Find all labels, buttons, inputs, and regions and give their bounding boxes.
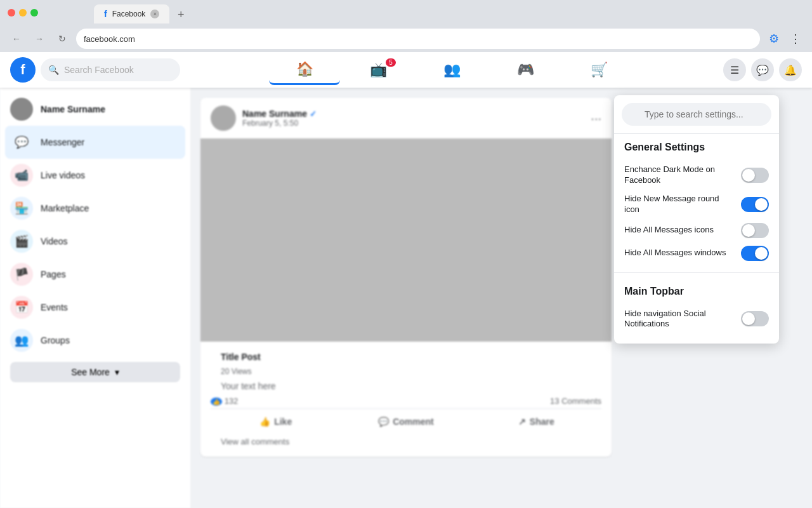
hide-new-message-label: Hide New Message round icon: [624, 194, 736, 215]
like-button[interactable]: 👍 Like: [211, 411, 341, 432]
share-button[interactable]: ↗ Share: [471, 411, 601, 432]
traffic-lights: [8, 9, 38, 17]
reload-button[interactable]: ↻: [53, 30, 71, 48]
post-time: February 5, 5:50: [242, 119, 584, 128]
view-all-comments[interactable]: View all comments: [211, 432, 601, 451]
hide-all-windows-label: Hide All Messages windows: [624, 248, 736, 258]
live-icon: 📹: [10, 164, 33, 187]
like-icon: 👍: [259, 417, 270, 427]
menu-button[interactable]: ☰: [723, 58, 746, 81]
sidebar-item-pages[interactable]: 🏴 Pages: [5, 258, 185, 291]
nav-right: ☰ 💬 🔔: [723, 58, 802, 81]
messenger-icon: 💬: [10, 131, 33, 154]
sidebar-item-live[interactable]: 📹 Live videos: [5, 159, 185, 192]
hide-all-icons-label: Hide All Messages icons: [624, 225, 736, 236]
sidebar-label-groups: Groups: [41, 335, 70, 345]
settings-search-input[interactable]: [622, 103, 771, 126]
facebook-page: f 🔍 Search Facebook 🏠 📺 5 👥 🎮 🛒 ☰ 💬 🔔: [0, 52, 812, 508]
sidebar-item-events[interactable]: 📅 Events: [5, 291, 185, 324]
notifications-button[interactable]: 🔔: [779, 58, 802, 81]
post-card: Name Surname ✓ February 5, 5:50 ··· Titl…: [200, 98, 612, 457]
sidebar-user[interactable]: Name Surname: [5, 93, 185, 126]
main-content: Name Surname ✓ February 5, 5:50 ··· Titl…: [190, 88, 622, 508]
sidebar-label-marketplace: Marketplace: [41, 203, 89, 213]
messenger-button[interactable]: 💬: [751, 58, 774, 81]
nav-watch[interactable]: 📺 5: [343, 55, 414, 85]
settings-row-hide-all-windows: Hide All Messages windows: [624, 242, 769, 265]
hide-nav-toggle[interactable]: [741, 311, 769, 326]
share-icon: ↗: [518, 417, 526, 427]
hide-new-message-toggle[interactable]: [741, 197, 769, 212]
sidebar-label-live: Live videos: [41, 170, 85, 180]
settings-row-hide-all-icons: Hide All Messages icons: [624, 219, 769, 242]
forward-button[interactable]: →: [30, 30, 48, 48]
pages-icon: 🏴: [10, 263, 33, 286]
dark-mode-toggle[interactable]: [741, 168, 769, 183]
user-name: Name Surname: [41, 104, 105, 114]
post-more-button[interactable]: ···: [591, 111, 601, 126]
nav-groups[interactable]: 👥: [416, 55, 487, 85]
hide-all-windows-toggle[interactable]: [741, 246, 769, 261]
settings-panel: 🔍 General Settings Enchance Dark Mode on…: [614, 95, 779, 344]
top-navigation: f 🔍 Search Facebook 🏠 📺 5 👥 🎮 🛒 ☰ 💬 🔔: [0, 52, 812, 88]
post-title: Title Post: [211, 347, 601, 367]
settings-search-wrap: 🔍: [622, 103, 771, 126]
search-placeholder: Search Facebook: [64, 65, 134, 75]
close-button[interactable]: [8, 9, 15, 17]
sidebar-label-pages: Pages: [41, 269, 66, 279]
nav-home[interactable]: 🏠: [269, 55, 340, 85]
sidebar-item-messenger[interactable]: 💬 Messenger: [5, 126, 185, 159]
general-settings-section: General Settings Enchance Dark Mode on F…: [614, 134, 779, 267]
tab-close-button[interactable]: ×: [150, 10, 159, 18]
address-text: facebook.com: [84, 34, 135, 44]
toolbar-icons: ⚙ ⋮: [765, 30, 804, 48]
nav-gaming[interactable]: 🎮: [490, 55, 561, 85]
sidebar-label-messenger: Messenger: [41, 137, 84, 147]
minimize-button[interactable]: [19, 9, 27, 17]
watch-badge: 5: [386, 58, 396, 67]
search-bar[interactable]: 🔍 Search Facebook: [41, 58, 180, 81]
address-bar[interactable]: facebook.com: [76, 29, 760, 49]
back-button[interactable]: ←: [8, 30, 25, 48]
tab-title: f: [104, 9, 107, 19]
sidebar-label-videos: Videos: [41, 236, 68, 246]
settings-row-hide-nav: Hide navigation Social Notifications: [624, 305, 769, 334]
sidebar-item-videos[interactable]: 🎬 Videos: [5, 225, 185, 258]
groups-icon: 👥: [10, 329, 33, 352]
comment-icon: 💬: [378, 417, 389, 427]
nav-marketplace[interactable]: 🛒: [563, 55, 634, 85]
events-icon: 📅: [10, 296, 33, 319]
nav-center: 🏠 📺 5 👥 🎮 🛒: [180, 55, 723, 85]
post-header: Name Surname ✓ February 5, 5:50 ···: [200, 98, 612, 138]
main-topbar-title: Main Topbar: [624, 286, 769, 297]
post-user-name: Name Surname ✓: [242, 109, 584, 119]
user-avatar: [10, 98, 33, 121]
maximize-button[interactable]: [30, 9, 38, 17]
see-more-button[interactable]: See More ▾: [10, 362, 180, 382]
chevron-down-icon: ▾: [115, 367, 119, 377]
title-bar: f Facebook × +: [0, 0, 812, 25]
post-likes: 👍 132: [211, 396, 238, 406]
facebook-logo: f: [10, 57, 36, 83]
hide-nav-label: Hide navigation Social Notifications: [624, 309, 736, 330]
extensions-icon[interactable]: ⚙: [765, 30, 783, 48]
post-actions: 👍 Like 💬 Comment ↗ Share: [211, 408, 601, 432]
left-sidebar: Name Surname 💬 Messenger 📹 Live videos 🏪…: [0, 88, 190, 508]
tab-label: Facebook: [112, 10, 146, 18]
sidebar-label-events: Events: [41, 302, 68, 312]
search-icon: 🔍: [48, 65, 59, 75]
hide-all-icons-toggle[interactable]: [741, 223, 769, 238]
post-meta: Name Surname ✓ February 5, 5:50: [242, 109, 584, 128]
new-tab-button[interactable]: +: [172, 6, 190, 23]
verified-icon: ✓: [310, 109, 317, 119]
sidebar-item-marketplace[interactable]: 🏪 Marketplace: [5, 192, 185, 225]
post-stats: 👍 132 13 Comments: [211, 394, 601, 408]
post-subtitle: 20 Views: [211, 367, 601, 376]
comment-button[interactable]: 💬 Comment: [341, 411, 471, 432]
settings-search-area: 🔍: [614, 95, 779, 134]
browser-menu-icon[interactable]: ⋮: [787, 30, 804, 48]
videos-icon: 🎬: [10, 230, 33, 253]
post-footer: Title Post 20 Views Your text here 👍 132…: [200, 342, 612, 457]
sidebar-item-groups[interactable]: 👥 Groups: [5, 324, 185, 357]
browser-tab[interactable]: f Facebook ×: [94, 4, 169, 23]
